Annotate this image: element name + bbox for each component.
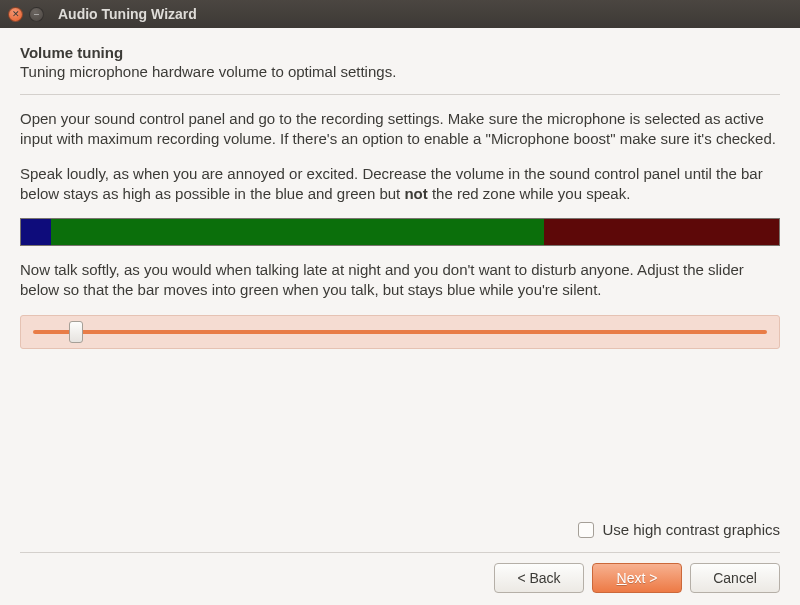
page-subheading: Tuning microphone hardware volume to opt… <box>20 63 780 80</box>
window-controls: ✕ – <box>8 7 44 22</box>
volume-meter-green <box>51 219 544 245</box>
back-button[interactable]: < Back <box>494 563 584 593</box>
wizard-buttons: < Back Next > Cancel <box>20 563 780 593</box>
instruction-2-post: the red zone while you speak. <box>428 185 631 202</box>
instruction-2-pre: Speak loudly, as when you are annoyed or… <box>20 165 763 202</box>
window-title: Audio Tuning Wizard <box>58 6 197 22</box>
high-contrast-label: Use high contrast graphics <box>602 521 780 538</box>
page-heading: Volume tuning <box>20 44 780 61</box>
volume-meter <box>20 218 780 246</box>
wizard-content: Volume tuning Tuning microphone hardware… <box>0 28 800 605</box>
instruction-1: Open your sound control panel and go to … <box>20 109 780 150</box>
divider <box>20 94 780 95</box>
slider-track <box>33 330 767 334</box>
spacer <box>20 363 780 522</box>
instruction-3: Now talk softly, as you would when talki… <box>20 260 780 301</box>
instruction-2-bold: not <box>404 185 427 202</box>
titlebar: ✕ – Audio Tuning Wizard <box>0 0 800 28</box>
volume-meter-red <box>544 219 779 245</box>
sensitivity-slider[interactable] <box>20 315 780 349</box>
slider-thumb[interactable] <box>69 321 83 343</box>
next-button-label: Next > <box>617 570 658 586</box>
divider-bottom <box>20 552 780 553</box>
back-button-label: < Back <box>517 570 560 586</box>
cancel-button[interactable]: Cancel <box>690 563 780 593</box>
cancel-button-label: Cancel <box>713 570 757 586</box>
minimize-icon[interactable]: – <box>29 7 44 22</box>
close-icon[interactable]: ✕ <box>8 7 23 22</box>
next-button[interactable]: Next > <box>592 563 682 593</box>
high-contrast-checkbox[interactable] <box>578 522 594 538</box>
high-contrast-row: Use high contrast graphics <box>20 521 780 538</box>
instruction-2: Speak loudly, as when you are annoyed or… <box>20 164 780 205</box>
volume-meter-blue <box>21 219 51 245</box>
